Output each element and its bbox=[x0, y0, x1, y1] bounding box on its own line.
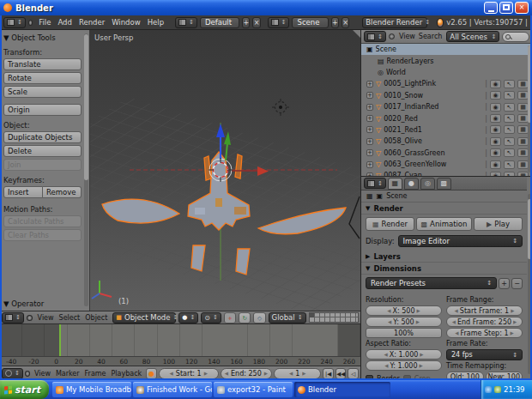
tray-network-icon[interactable] bbox=[485, 386, 492, 393]
current-frame-marker[interactable] bbox=[59, 324, 61, 356]
visibility-eye-icon[interactable]: ◉ bbox=[490, 160, 501, 169]
jump-to-start-button[interactable]: |◀ bbox=[323, 368, 334, 379]
expand-toggle-icon[interactable]: + bbox=[366, 149, 373, 156]
operator-panel-header[interactable]: ▼ Operator bbox=[3, 299, 44, 308]
start-button[interactable]: start bbox=[0, 380, 49, 399]
timeline-editor[interactable]: -40-200204060801001201401601802002202402… bbox=[0, 324, 360, 366]
increment-arrow-icon[interactable]: ▶ bbox=[264, 371, 268, 376]
outliner-row-object[interactable]: + ▽ 0060_GrassGreen | ◉ ↖ ▦ bbox=[361, 148, 532, 159]
timeline-ruler[interactable]: -40-200204060801001201401601802002202402… bbox=[0, 356, 360, 366]
expand-toggle-icon[interactable]: + bbox=[366, 92, 373, 99]
header-collapse-dot[interactable] bbox=[28, 20, 33, 26]
menu-item[interactable]: Add bbox=[54, 18, 75, 27]
taskbar-task-blender[interactable]: Blender bbox=[294, 382, 390, 397]
viewport-canvas[interactable] bbox=[90, 30, 360, 311]
header-collapse-dot[interactable] bbox=[27, 315, 33, 321]
frame-rate-dropdown[interactable]: 24 fps ↕ bbox=[446, 349, 523, 360]
auto-keyframe-record-button[interactable]: ● bbox=[146, 368, 157, 379]
editor-type-button-outliner[interactable]: ↕ bbox=[364, 31, 386, 42]
taskbar-task-broadband[interactable]: My Mobile Broadband... bbox=[52, 382, 131, 397]
tab-world[interactable]: ◎ bbox=[420, 178, 435, 190]
end-frame-prop-field[interactable]: ◀End Frame: 250▶ bbox=[446, 317, 523, 327]
expand-toggle-icon[interactable]: + bbox=[366, 126, 373, 133]
screen-layout-field[interactable]: Default bbox=[200, 17, 239, 28]
manipulator-rotate-toggle[interactable]: ↻ bbox=[239, 312, 251, 323]
outliner-row-object[interactable]: + ▽ 0063_GreenYellow | ◉ ↖ ▦ bbox=[361, 159, 532, 170]
taskbar-task-export32-paint[interactable]: export32 - Paint bbox=[214, 382, 293, 397]
origin-button[interactable]: Origin bbox=[3, 104, 82, 116]
tool-shelf-scrollbar[interactable] bbox=[84, 33, 88, 306]
add-scene-button[interactable]: + bbox=[331, 17, 339, 28]
aspect-y-field[interactable]: ◀Y: 1.000▶ bbox=[366, 360, 442, 371]
decrement-arrow-icon[interactable]: ◀ bbox=[170, 371, 173, 376]
layers-grid[interactable] bbox=[309, 312, 359, 323]
outliner-row[interactable]: ◎ World bbox=[361, 67, 532, 78]
minimize-button[interactable] bbox=[484, 2, 498, 14]
visibility-eye-icon[interactable]: ◉ bbox=[490, 91, 501, 100]
aspect-x-field[interactable]: ◀X: 1.000▶ bbox=[366, 349, 442, 360]
editor-type-button-timeline[interactable]: ↕ bbox=[2, 368, 23, 379]
tray-update-icon[interactable] bbox=[494, 386, 501, 393]
manipulator-scale-toggle[interactable]: ◇ bbox=[253, 312, 265, 323]
increment-arrow-icon[interactable]: ▶ bbox=[204, 371, 208, 376]
selectability-arrow-icon[interactable]: ↖ bbox=[504, 114, 515, 123]
insert-keyframe-button[interactable]: Insert bbox=[3, 186, 43, 198]
header-collapse-dot[interactable] bbox=[25, 371, 30, 377]
menu-item[interactable]: Playback bbox=[109, 370, 145, 378]
animation-button[interactable]: ▩ Animation bbox=[416, 217, 472, 231]
menu-item[interactable]: Window bbox=[108, 18, 144, 27]
add-screen-button[interactable]: + bbox=[242, 17, 250, 28]
rotate-button[interactable]: Rotate bbox=[3, 72, 82, 84]
visibility-eye-icon[interactable]: ◉ bbox=[490, 148, 501, 157]
display-filter-dropdown[interactable]: All Scenes ↕ bbox=[446, 31, 499, 42]
play-button[interactable]: ▶ Play bbox=[474, 217, 523, 231]
screen-layout-icon-button[interactable]: ↕ bbox=[175, 17, 197, 28]
menu-item[interactable]: File bbox=[35, 18, 54, 27]
render-engine-dropdown[interactable]: Blender Render ↕ bbox=[362, 17, 427, 28]
visibility-eye-icon[interactable]: ◉ bbox=[490, 114, 501, 123]
expand-toggle-icon[interactable]: + bbox=[366, 138, 373, 145]
window-titlebar[interactable]: Blender × bbox=[0, 0, 532, 15]
decrement-arrow-icon[interactable]: ◀ bbox=[225, 371, 228, 376]
calculate-paths-button[interactable]: Calculate Paths bbox=[3, 215, 82, 227]
outliner-row[interactable]: ▤ RenderLayers bbox=[361, 55, 532, 66]
end-frame-field[interactable]: ◀ End: 250 ▶ bbox=[221, 368, 272, 379]
outliner-row-object[interactable]: + ▽ 0017_IndianRed | ◉ ↖ ▦ bbox=[361, 101, 532, 112]
outliner-row-object[interactable]: + ▽ 0020_Red | ◉ ↖ ▦ bbox=[361, 112, 532, 124]
start-frame-prop-field[interactable]: ◀Start Frame: 1▶ bbox=[446, 305, 523, 316]
display-dropdown[interactable]: Image Editor ↕ bbox=[398, 235, 523, 247]
duplicate-objects-button[interactable]: Duplicate Objects bbox=[3, 131, 82, 143]
menu-item[interactable]: Render bbox=[76, 18, 108, 27]
visibility-eye-icon[interactable]: ◉ bbox=[490, 103, 501, 112]
menu-item[interactable]: View bbox=[32, 370, 53, 378]
outliner-row-object[interactable]: + ▽ 0005_LightPink | ◉ ↖ ▦ bbox=[361, 78, 532, 89]
expand-toggle-icon[interactable]: + bbox=[366, 104, 373, 111]
decrement-arrow-icon[interactable]: ◀ bbox=[289, 371, 293, 376]
menu-item[interactable]: View bbox=[397, 33, 417, 40]
maximize-button[interactable] bbox=[499, 2, 513, 14]
viewport-3d[interactable]: User Persp (1) bbox=[90, 30, 360, 311]
selectability-arrow-icon[interactable]: ↖ bbox=[504, 137, 515, 146]
tab-render[interactable]: ▦ bbox=[388, 178, 402, 190]
object-tools-panel-header[interactable]: ▼ Object Tools bbox=[3, 33, 82, 42]
scene-icon-button[interactable]: ↕ bbox=[268, 17, 290, 28]
close-button[interactable]: × bbox=[515, 2, 529, 14]
menu-item[interactable]: Frame bbox=[82, 370, 109, 378]
viewport-shading-dropdown[interactable]: ● ↕ bbox=[178, 312, 198, 323]
menu-item[interactable]: Object bbox=[82, 314, 110, 322]
visibility-eye-icon[interactable]: ◉ bbox=[490, 125, 501, 134]
selectability-arrow-icon[interactable]: ↖ bbox=[504, 160, 515, 169]
menu-item[interactable]: Help bbox=[144, 18, 167, 27]
resolution-y-field[interactable]: ◀Y: 500▶ bbox=[366, 317, 442, 327]
outliner-row-object[interactable]: + ▽ 0058_Olive | ◉ ↖ ▦ bbox=[361, 136, 532, 147]
visibility-eye-icon[interactable]: ◉ bbox=[490, 80, 501, 88]
outliner-row-object[interactable]: + ▽ 0087_Cyan | ◉ ↖ ▦ bbox=[361, 170, 532, 176]
delete-screen-button[interactable]: × bbox=[252, 17, 260, 28]
scene-field[interactable]: Scene bbox=[292, 17, 328, 28]
menu-item[interactable]: Select bbox=[57, 314, 83, 322]
editor-type-button-3dview[interactable]: ↕ bbox=[2, 312, 24, 323]
render-panel-header[interactable]: ▼ Render bbox=[361, 203, 527, 215]
editor-type-button-info[interactable]: ↕ bbox=[3, 17, 26, 28]
selectability-arrow-icon[interactable]: ↖ bbox=[504, 91, 515, 100]
menu-item[interactable]: View bbox=[35, 314, 57, 322]
